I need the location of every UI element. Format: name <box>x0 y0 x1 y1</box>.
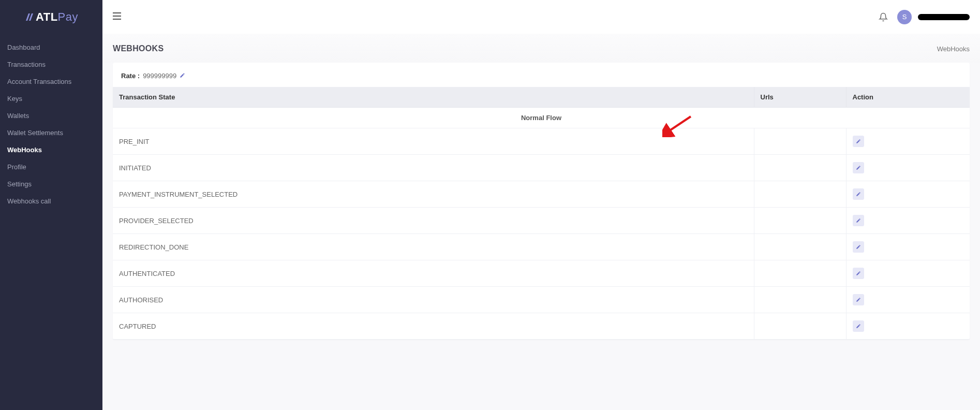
table-row: PAYMENT_INSTRUMENT_SELECTED <box>113 181 970 208</box>
cell-urls <box>754 260 846 287</box>
cell-urls <box>754 128 846 155</box>
sidebar-nav: Dashboard Transactions Account Transacti… <box>0 34 102 215</box>
main: WEBHOOKS WebHooks Rate : 999999999 Trans… <box>102 0 980 340</box>
sidebar-item-profile[interactable]: Profile <box>0 158 102 175</box>
page-header: WEBHOOKS WebHooks <box>102 34 980 63</box>
cell-action <box>846 155 970 181</box>
table-row: AUTHENTICATED <box>113 260 970 287</box>
cell-state: AUTHORISED <box>113 287 754 313</box>
table-section-row: Normal Flow <box>113 108 970 128</box>
table-row: INITIATED <box>113 155 970 181</box>
table-row: PRE_INIT <box>113 128 970 155</box>
table-row: AUTHORISED <box>113 287 970 313</box>
hamburger-icon[interactable] <box>113 12 121 22</box>
edit-button[interactable] <box>853 162 864 173</box>
webhooks-table: Transaction State Urls Action Normal Flo… <box>113 87 970 340</box>
column-header-action: Action <box>846 87 970 108</box>
cell-action <box>846 208 970 234</box>
edit-button[interactable] <box>853 188 864 200</box>
edit-button[interactable] <box>853 136 864 147</box>
cell-state: CAPTURED <box>113 313 754 340</box>
cell-state: REDIRECTION_DONE <box>113 234 754 260</box>
edit-button[interactable] <box>853 241 864 253</box>
cell-action <box>846 234 970 260</box>
table-row: CAPTURED <box>113 313 970 340</box>
brand-bold: ATL <box>36 10 58 24</box>
cell-urls <box>754 234 846 260</box>
cell-urls <box>754 155 846 181</box>
topbar-right: S <box>879 10 970 24</box>
column-header-urls: Urls <box>754 87 846 108</box>
sidebar-item-keys[interactable]: Keys <box>0 90 102 107</box>
rate-value: 999999999 <box>143 72 176 80</box>
table-row: PROVIDER_SELECTED <box>113 208 970 234</box>
rate-label: Rate : <box>121 72 140 80</box>
page-title: WEBHOOKS <box>113 44 164 53</box>
edit-button[interactable] <box>853 215 864 226</box>
sidebar-item-transactions[interactable]: Transactions <box>0 56 102 73</box>
edit-button[interactable] <box>853 294 864 305</box>
cell-action <box>846 128 970 155</box>
brand-thin: Pay <box>58 10 78 24</box>
section-label: Normal Flow <box>113 108 970 128</box>
sidebar-item-dashboard[interactable]: Dashboard <box>0 39 102 56</box>
sidebar-item-webhooks-call[interactable]: Webhooks call <box>0 193 102 210</box>
cell-urls <box>754 287 846 313</box>
cell-state: PAYMENT_INSTRUMENT_SELECTED <box>113 181 754 208</box>
bell-icon[interactable] <box>879 12 888 22</box>
sidebar-item-wallets[interactable]: Wallets <box>0 107 102 124</box>
cell-action <box>846 287 970 313</box>
cell-state: PROVIDER_SELECTED <box>113 208 754 234</box>
sidebar: ATLPay Dashboard Transactions Account Tr… <box>0 0 102 350</box>
edit-button[interactable] <box>853 268 864 279</box>
cell-action <box>846 181 970 208</box>
cell-urls <box>754 181 846 208</box>
rate-edit-icon[interactable] <box>180 72 185 80</box>
rate-row: Rate : 999999999 <box>113 72 970 87</box>
cell-state: INITIATED <box>113 155 754 181</box>
avatar[interactable]: S <box>897 10 912 24</box>
sidebar-item-webhooks[interactable]: WebHooks <box>0 141 102 158</box>
webhooks-card: Rate : 999999999 Transaction State Urls … <box>113 63 970 340</box>
cell-state: AUTHENTICATED <box>113 260 754 287</box>
cell-urls <box>754 313 846 340</box>
sidebar-item-account-transactions[interactable]: Account Transactions <box>0 73 102 90</box>
edit-button[interactable] <box>853 320 864 332</box>
logo-icon <box>24 12 35 22</box>
topbar: S <box>102 0 980 34</box>
cell-state: PRE_INIT <box>113 128 754 155</box>
sidebar-item-settings[interactable]: Settings <box>0 175 102 193</box>
cell-urls <box>754 208 846 234</box>
sidebar-item-wallet-settlements[interactable]: Wallet Settlements <box>0 124 102 141</box>
column-header-state: Transaction State <box>113 87 754 108</box>
cell-action <box>846 260 970 287</box>
cell-action <box>846 313 970 340</box>
breadcrumb: WebHooks <box>937 45 970 53</box>
user-name-redacted[interactable] <box>918 14 970 20</box>
table-row: REDIRECTION_DONE <box>113 234 970 260</box>
brand-logo[interactable]: ATLPay <box>0 0 102 34</box>
